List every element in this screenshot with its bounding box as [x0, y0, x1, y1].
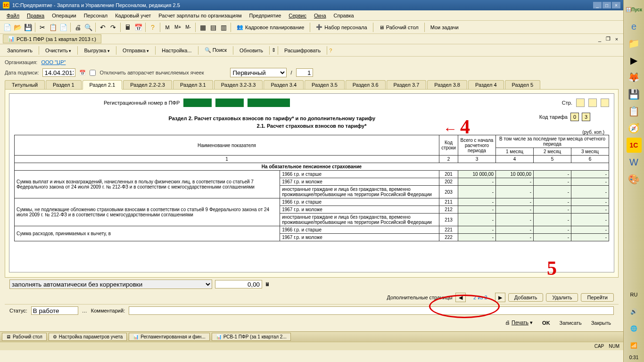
mminus-icon[interactable]: M- [184, 23, 192, 32]
cell[interactable]: - [496, 186, 534, 198]
tab-8[interactable]: Раздел 3.6 [346, 80, 386, 90]
cell[interactable]: - [571, 234, 609, 241]
recruitment-button[interactable]: ➕ Набор персонала [313, 23, 370, 31]
menu-help[interactable]: Справка [330, 12, 358, 19]
start-button[interactable]: 🪟Пуск [627, 2, 642, 17]
maximize-icon[interactable]: □ [603, 2, 611, 8]
menu-operations[interactable]: Операции [48, 12, 80, 19]
cell[interactable]: - [496, 178, 534, 186]
tab-10[interactable]: Раздел 3.8 [427, 80, 467, 90]
copy-icon[interactable]: 📋 [49, 23, 57, 32]
cell[interactable]: - [458, 186, 496, 198]
calc-icon[interactable]: 🖩 [124, 23, 132, 32]
status-picker-icon[interactable]: … [82, 308, 87, 313]
cell[interactable]: - [458, 214, 496, 226]
menu-file[interactable]: Файл [3, 12, 23, 19]
layout1-icon[interactable]: ▦ [198, 23, 207, 32]
menu-service[interactable]: Сервис [285, 12, 310, 19]
cell[interactable]: - [571, 226, 609, 234]
cell[interactable]: - [458, 226, 496, 234]
tariff-code-1[interactable]: 0 [570, 113, 579, 121]
m-icon[interactable]: M [163, 23, 172, 32]
cell[interactable]: - [534, 178, 571, 186]
tab-12[interactable]: Раздел 5 [505, 80, 541, 90]
ie-icon[interactable]: e [627, 19, 642, 34]
taskbar-settings[interactable]: ⚙ Настройка параметров учета [49, 333, 127, 341]
date-picker-icon[interactable]: 📅 [79, 70, 86, 76]
cell[interactable]: - [496, 214, 534, 226]
tab-7[interactable]: Раздел 3.5 [305, 80, 345, 90]
minimize-icon[interactable]: _ [593, 2, 602, 8]
cell[interactable]: - [534, 206, 571, 214]
clock[interactable]: 0:31 [629, 355, 638, 360]
page-box-2[interactable] [588, 99, 597, 107]
firefox-icon[interactable]: 🦊 [627, 70, 642, 85]
decode-button[interactable]: Расшифровать [280, 46, 325, 55]
doc-restore-icon[interactable]: ❐ [604, 36, 612, 42]
cell[interactable]: - [458, 198, 496, 206]
ok-button[interactable]: OK [539, 319, 553, 327]
cell[interactable]: - [496, 206, 534, 214]
tab-4[interactable]: Раздел 3.1 [173, 80, 213, 90]
cell[interactable]: - [534, 186, 571, 198]
cell[interactable]: - [496, 198, 534, 206]
fill-amount-input[interactable] [215, 280, 262, 288]
org-link[interactable]: ООО "ЦР" [41, 59, 66, 65]
page-box-1[interactable] [576, 99, 585, 107]
cal-icon[interactable]: 📅 [134, 23, 142, 32]
tab-5[interactable]: Раздел 3.2-3.3 [214, 80, 263, 90]
hr-planning-button[interactable]: 👥 Кадровое планирование [234, 23, 307, 31]
date-input[interactable] [42, 68, 75, 77]
cell[interactable]: - [571, 214, 609, 226]
close-doc-button[interactable]: Закрыть [588, 319, 614, 327]
cell[interactable]: - [534, 214, 571, 226]
find-icon[interactable]: 🔍 [84, 23, 92, 32]
cut-icon[interactable]: ✂ [38, 23, 47, 32]
taskbar-reports[interactable]: 📊 Регламентированная и фин... [129, 333, 209, 341]
doc-close-icon[interactable]: × [613, 36, 620, 42]
help-icon[interactable]: ? [149, 23, 157, 32]
tab-11[interactable]: Раздел 4 [468, 80, 504, 90]
tab-3[interactable]: Раздел 2.2-2.3 [123, 80, 172, 90]
word-icon[interactable]: W [627, 155, 642, 170]
1c-dock-icon[interactable]: 1C [627, 138, 642, 153]
notes-icon[interactable]: 📋 [627, 104, 642, 119]
reg-field-2[interactable] [215, 99, 244, 107]
menu-windows[interactable]: Окна [310, 12, 330, 19]
redo-icon[interactable]: ↷ [109, 23, 117, 32]
undo-icon[interactable]: ↶ [99, 23, 107, 32]
paint-icon[interactable]: 🎨 [627, 172, 642, 187]
reg-field-3[interactable] [248, 99, 290, 107]
cell[interactable]: - [571, 198, 609, 206]
refresh-button[interactable]: Обновить [235, 46, 267, 55]
menu-payroll[interactable]: Расчет зарплаты по организациям [155, 12, 245, 19]
cell[interactable]: - [534, 198, 571, 206]
primary-num-input[interactable] [296, 68, 313, 77]
search-button[interactable]: 🔍 Поиск [200, 46, 231, 55]
compass-icon[interactable]: 🧭 [627, 121, 642, 136]
cell[interactable]: - [458, 178, 496, 186]
pager-next-icon[interactable]: ▶ [495, 293, 505, 302]
settings-button[interactable]: Настройка... [157, 46, 196, 55]
cell[interactable]: - [571, 171, 609, 178]
new-icon[interactable]: 📄 [3, 23, 11, 32]
tray-icon[interactable]: 🔊 [627, 304, 642, 319]
document-tab[interactable]: 📊 РСВ-1 ПФР (за 1 квартал 2013 г.) [3, 34, 101, 43]
menu-company[interactable]: Предприятие [246, 12, 285, 19]
expand-icon[interactable]: ⇕ [272, 47, 276, 53]
cell[interactable]: 10 000,00 [458, 171, 496, 178]
tab-0[interactable]: Титульный [5, 80, 45, 90]
cell[interactable]: - [534, 226, 571, 234]
export-button[interactable]: Выгрузка [80, 46, 114, 55]
help2-icon[interactable]: ? [329, 48, 332, 53]
fill-mode-select[interactable]: заполнять автоматически без корректировк… [9, 280, 212, 289]
cell[interactable]: - [571, 206, 609, 214]
page-box-3[interactable] [601, 99, 609, 107]
menu-personnel[interactable]: Персонал [80, 12, 112, 19]
cell[interactable]: - [496, 226, 534, 234]
fill-button[interactable]: Заполнить [3, 46, 37, 55]
folder-icon[interactable]: 📁 [627, 36, 642, 51]
cell[interactable]: 10 000,00 [496, 171, 534, 178]
save-icon[interactable]: 💾 [24, 23, 32, 32]
tray-icon3[interactable]: 📶 [627, 338, 642, 353]
